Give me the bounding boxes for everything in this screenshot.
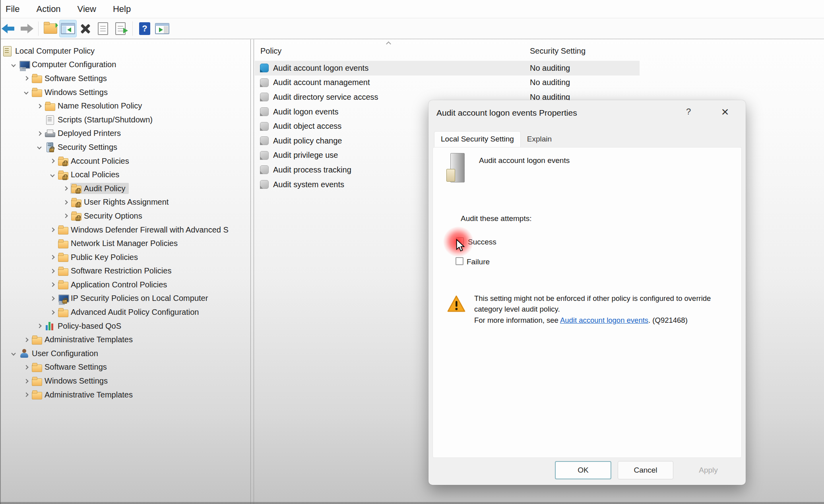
toolbar-separator: [132, 21, 133, 36]
policy-row[interactable]: Audit account management No auditing: [255, 76, 640, 90]
forward-button[interactable]: [17, 20, 35, 37]
tree-item[interactable]: Advanced Audit Policy Configuration: [1, 305, 250, 319]
chevron-icon[interactable]: [48, 256, 57, 259]
forward-arrow-icon: [19, 24, 33, 33]
chevron-icon[interactable]: [9, 63, 18, 66]
success-checkbox[interactable]: [456, 237, 464, 245]
tree-item-label: Public Key Policies: [71, 253, 138, 262]
tree-item-label: Audit Policy: [84, 184, 126, 193]
column-header-policy[interactable]: Policy: [260, 47, 281, 56]
tree-item-label: Windows Defender Firewall with Advanced …: [71, 225, 229, 235]
tree-item[interactable]: Software Settings: [1, 361, 250, 374]
tree-item[interactable]: Security Options: [1, 209, 250, 223]
tree-item-icon: [58, 280, 68, 289]
tree-item[interactable]: Deployed Printers: [1, 127, 250, 141]
chevron-icon[interactable]: [35, 132, 44, 135]
tree-item[interactable]: Security Settings: [1, 140, 250, 154]
tree-item-icon: [32, 376, 42, 386]
chevron-icon[interactable]: [48, 159, 57, 163]
tree-item[interactable]: User Rights Assignment: [1, 196, 250, 209]
tree-item-label: Security Options: [84, 211, 142, 221]
properties-button[interactable]: [94, 20, 112, 37]
tree-item[interactable]: Public Key Policies: [1, 250, 250, 264]
tree-item[interactable]: Administrative Templates: [1, 388, 250, 402]
tree-item-icon: [58, 308, 68, 317]
tree-item[interactable]: IP Security Policies on Local Computer: [1, 292, 250, 306]
chevron-icon[interactable]: [35, 105, 44, 108]
export-list-button[interactable]: [112, 20, 129, 37]
menu-file[interactable]: File: [6, 4, 19, 14]
tree-item[interactable]: Scripts (Startup/Shutdown): [1, 113, 250, 127]
tree-item[interactable]: Local Computer Policy: [1, 44, 250, 58]
chevron-icon[interactable]: [48, 283, 57, 286]
dialog-close-button[interactable]: ×: [716, 104, 734, 120]
tree-item[interactable]: Name Resolution Policy: [1, 99, 250, 113]
tree-item[interactable]: Windows Settings: [1, 85, 250, 99]
failure-label[interactable]: Failure: [467, 258, 490, 266]
failure-checkbox[interactable]: [456, 257, 463, 265]
pane-splitter[interactable]: [250, 39, 254, 504]
chevron-icon[interactable]: [48, 297, 57, 300]
menu-view[interactable]: View: [78, 4, 96, 14]
warning-more-info-suffix: . (Q921468): [648, 316, 688, 324]
chevron-icon[interactable]: [35, 145, 44, 149]
chevron-icon[interactable]: [35, 324, 44, 328]
chevron-icon[interactable]: [48, 228, 57, 231]
show-action-pane-button[interactable]: [153, 20, 171, 37]
back-button[interactable]: [0, 20, 17, 37]
menu-action[interactable]: Action: [36, 4, 60, 14]
chevron-icon[interactable]: [21, 366, 31, 369]
tree-item[interactable]: Account Policies: [1, 154, 250, 168]
show-console-tree-button[interactable]: [59, 20, 77, 37]
cancel-button[interactable]: Cancel: [618, 461, 673, 479]
chevron-icon[interactable]: [21, 91, 31, 94]
tree-item[interactable]: User Configuration: [1, 347, 250, 361]
up-one-level-button[interactable]: [42, 20, 59, 37]
tree-item[interactable]: Local Policies: [1, 168, 250, 182]
toolbar-separator: [38, 21, 39, 36]
tree-item[interactable]: Application Control Policies: [1, 278, 250, 292]
tree-item[interactable]: Administrative Templates: [1, 333, 250, 347]
chevron-icon[interactable]: [21, 338, 31, 341]
delete-button[interactable]: [77, 20, 94, 37]
chevron-icon[interactable]: [21, 380, 31, 383]
policy-row[interactable]: Audit account logon events No auditing: [255, 61, 640, 76]
tree-item[interactable]: Software Settings: [1, 72, 250, 85]
tree-item-icon: [19, 60, 29, 70]
ok-button[interactable]: OK: [555, 461, 611, 479]
warning-more-info: For more information, see Audit account …: [474, 316, 745, 325]
chevron-icon[interactable]: [9, 352, 18, 355]
console-tree: Local Computer Policy Computer Configura…: [1, 39, 250, 504]
chevron-icon[interactable]: [61, 201, 70, 204]
action-pane-icon: [155, 23, 169, 34]
apply-button[interactable]: Apply: [681, 461, 736, 479]
tab-local-security-setting[interactable]: Local Security Setting: [434, 131, 521, 147]
help-icon: [139, 22, 150, 35]
tree-item-icon: [32, 87, 42, 97]
kb-article-link[interactable]: Audit account logon events: [560, 316, 648, 324]
tree-item[interactable]: Network List Manager Policies: [1, 236, 250, 250]
chevron-icon[interactable]: [48, 269, 57, 273]
tree-item[interactable]: Windows Settings: [1, 374, 250, 388]
tree-item[interactable]: Policy-based QoS: [1, 319, 250, 333]
chevron-icon[interactable]: [21, 77, 31, 80]
dialog-tab-panel: Audit account logon events Audit these a…: [432, 147, 742, 458]
help-button[interactable]: [136, 20, 153, 37]
column-header-security-setting[interactable]: Security Setting: [530, 47, 586, 56]
tree-item-label: Advanced Audit Policy Configuration: [71, 308, 199, 317]
chevron-icon[interactable]: [21, 393, 31, 396]
menu-help[interactable]: Help: [113, 4, 131, 14]
tree-item[interactable]: Windows Defender Firewall with Advanced …: [1, 223, 250, 237]
tree-item-label: Software Restriction Policies: [71, 266, 171, 275]
chevron-icon[interactable]: [61, 187, 70, 190]
console-tree-icon: [61, 23, 75, 34]
tree-item[interactable]: Audit Policy: [1, 182, 250, 196]
chevron-icon[interactable]: [48, 311, 57, 314]
tree-item[interactable]: Computer Configuration: [1, 58, 250, 72]
tab-explain[interactable]: Explain: [521, 132, 558, 147]
chevron-icon[interactable]: [48, 173, 57, 176]
success-label[interactable]: Success: [468, 238, 496, 246]
chevron-icon[interactable]: [61, 214, 70, 217]
tree-item[interactable]: Software Restriction Policies: [1, 264, 250, 278]
dialog-help-button[interactable]: ?: [680, 107, 697, 120]
